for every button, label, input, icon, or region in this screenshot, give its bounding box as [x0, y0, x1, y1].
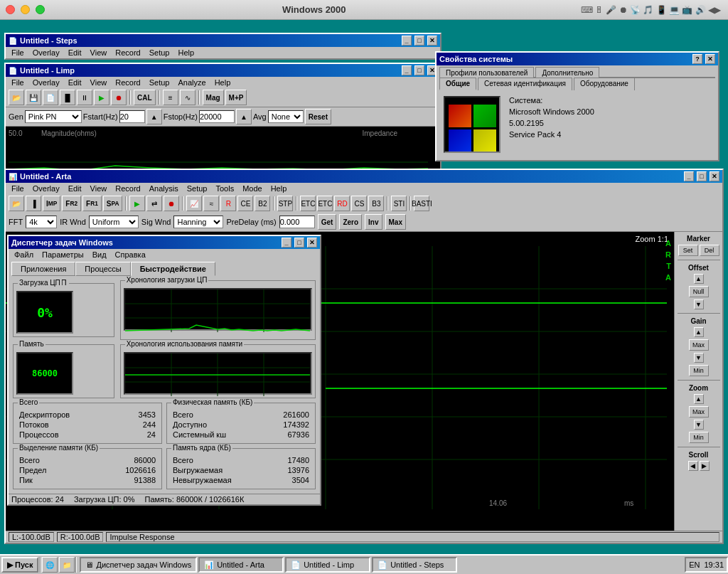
limp-new-btn[interactable]: 📄 — [43, 90, 58, 105]
steps-menu-view[interactable]: View — [86, 48, 112, 58]
arta-menu-help[interactable]: Help — [267, 184, 291, 193]
arta-menu-edit[interactable]: Edit — [64, 184, 86, 193]
taskman-minimize-btn[interactable]: _ — [282, 238, 291, 248]
minimize-button[interactable] — [21, 5, 30, 14]
gain-min-btn[interactable]: Min — [689, 365, 709, 376]
limp-mag-btn[interactable]: Mag — [203, 90, 224, 105]
arta-etc-btn[interactable]: ETC — [300, 196, 316, 211]
limp-menu-help[interactable]: Help — [210, 78, 235, 87]
limp-menu-setup[interactable]: Setup — [145, 78, 174, 87]
limp-rec-btn[interactable]: ⏺ — [111, 90, 127, 105]
taskman-menu-params[interactable]: Параметры — [38, 250, 88, 260]
marker-del-btn[interactable]: Del — [700, 245, 719, 256]
limp-menu-analyze[interactable]: Analyze — [173, 78, 210, 87]
limp-reset-btn[interactable]: Reset — [305, 109, 331, 124]
arta-cs-btn[interactable]: CS — [351, 196, 367, 211]
zoom-max-btn[interactable]: Max — [689, 406, 709, 418]
limp-menu-overlay[interactable]: Overlay — [28, 78, 64, 87]
limp-wave-btn[interactable]: ∿ — [180, 90, 196, 105]
limp-flat-btn[interactable]: ≡ — [163, 90, 178, 105]
limp-maximize-btn[interactable]: □ — [414, 65, 424, 75]
limp-menu-file[interactable]: File — [7, 78, 28, 87]
taskman-tab-perf[interactable]: Быстродействие — [131, 262, 215, 276]
steps-close-btn[interactable]: ✕ — [427, 36, 437, 46]
arta-menu-record[interactable]: Record — [111, 184, 144, 193]
steps-menu-overlay[interactable]: Overlay — [28, 48, 64, 58]
gain-up-btn[interactable]: ▲ — [694, 327, 704, 337]
sysprop-close-btn[interactable]: ✕ — [705, 54, 715, 64]
arta-b2-btn[interactable]: B2 — [255, 196, 270, 211]
sysprop-tab-profiles[interactable]: Профили пользователей — [439, 67, 534, 78]
arta-open-btn[interactable]: 📂 — [9, 196, 24, 211]
arta-menu-file[interactable]: File — [7, 184, 28, 193]
limp-menu-record[interactable]: Record — [111, 78, 144, 87]
arta-step-btn[interactable]: STP — [277, 196, 293, 211]
arta-etc2-btn[interactable]: ETC — [317, 196, 333, 211]
scroll-left-btn[interactable]: ◀ — [688, 461, 698, 471]
arta-menu-overlay[interactable]: Overlay — [28, 184, 64, 193]
arta-fr2-btn[interactable]: FR2 — [62, 196, 81, 211]
steps-menu-record[interactable]: Record — [111, 48, 144, 58]
limp-cal-btn[interactable]: CAL — [134, 90, 156, 105]
steps-menu-setup[interactable]: Setup — [145, 48, 174, 58]
offset-up-btn[interactable]: ▲ — [694, 274, 704, 284]
taskbar-item-taskman[interactable]: 🖥 Диспетчер задач Windows — [80, 557, 197, 573]
arta-rec-btn[interactable]: ⏺ — [164, 196, 179, 211]
taskbar-item-arta[interactable]: 📊 Untitled - Arta — [198, 557, 284, 573]
zoom-min-btn[interactable]: Min — [689, 432, 709, 443]
arta-fft-select[interactable]: 4k — [26, 216, 57, 228]
arta-menu-view[interactable]: View — [86, 184, 112, 193]
close-button[interactable] — [6, 5, 15, 14]
sysprop-tab-network[interactable]: Сетевая идентификация — [478, 78, 572, 90]
offset-null-btn[interactable]: Null — [689, 286, 709, 297]
arta-irwnd-select[interactable]: Uniform — [89, 216, 139, 228]
limp-save-btn[interactable]: 💾 — [26, 90, 41, 105]
arta-basti-btn[interactable]: BASTI — [414, 196, 429, 211]
limp-avg-select[interactable]: None — [268, 110, 304, 123]
arta-red-btn[interactable]: R — [220, 196, 236, 211]
limp-pause-btn[interactable]: ⏸ — [77, 90, 92, 105]
arta-avg-btn[interactable]: ≈ — [203, 196, 219, 211]
arta-minimize-btn[interactable]: _ — [684, 171, 694, 181]
arta-red2-btn[interactable]: RD — [334, 196, 350, 211]
arta-sigwnd-select[interactable]: Hanning — [173, 216, 223, 228]
arta-get-btn[interactable]: Get — [318, 214, 337, 230]
scroll-right-btn[interactable]: ▶ — [700, 461, 710, 471]
arta-stop-btn[interactable]: ▐ — [26, 196, 41, 211]
limp-play-btn[interactable]: ▶ — [94, 90, 109, 105]
steps-menu-file[interactable]: File — [7, 48, 28, 58]
arta-inv-btn[interactable]: Inv — [365, 214, 382, 230]
zoom-up-btn[interactable]: ▲ — [694, 394, 704, 404]
steps-menu-edit[interactable]: Edit — [64, 48, 86, 58]
sysprop-help-btn[interactable]: ? — [692, 54, 702, 64]
sysprop-tab-hardware[interactable]: Оборудование — [574, 78, 635, 90]
limp-menu-edit[interactable]: Edit — [64, 78, 86, 87]
arta-max-btn[interactable]: Max — [385, 214, 406, 230]
limp-fstop-input[interactable] — [199, 110, 235, 123]
taskman-menu-view[interactable]: Вид — [88, 250, 111, 260]
arta-close-btn[interactable]: ✕ — [710, 171, 719, 181]
arta-predelay-input[interactable] — [279, 216, 315, 228]
arta-imp-btn[interactable]: IMP — [43, 196, 60, 211]
arta-menu-tools[interactable]: Tools — [211, 184, 238, 193]
arta-play-btn[interactable]: ▶ — [129, 196, 145, 211]
steps-menu-help[interactable]: Help — [173, 48, 198, 58]
arta-fr1-btn[interactable]: FR1 — [82, 196, 102, 211]
limp-fstop-up[interactable]: ▲ — [236, 109, 252, 124]
taskbar-item-limp[interactable]: 📄 Untitled - Limp — [285, 557, 370, 573]
maximize-button[interactable] — [36, 5, 45, 14]
arta-spa-btn[interactable]: SPA — [103, 196, 123, 211]
arta-menu-setup[interactable]: Setup — [183, 184, 212, 193]
sysprop-tab-general[interactable]: Общие — [439, 78, 476, 90]
sysprop-tab-additional[interactable]: Дополнительно — [535, 67, 599, 78]
arta-sti-btn[interactable]: STI — [391, 196, 407, 211]
marker-set-btn[interactable]: Set — [678, 245, 698, 256]
limp-fstart-up[interactable]: ▲ — [146, 109, 162, 124]
taskbar-folder-icon[interactable]: 📁 — [59, 557, 75, 573]
limp-fstart-input[interactable] — [119, 110, 145, 123]
zoom-down-btn[interactable]: ▼ — [694, 420, 704, 430]
start-button[interactable]: ▶ Пуск — [1, 557, 38, 573]
taskbar-item-steps[interactable]: 📄 Untitled - Steps — [372, 557, 457, 573]
limp-open-btn[interactable]: 📂 — [9, 90, 24, 105]
arta-gen-btn[interactable]: 📈 — [186, 196, 202, 211]
